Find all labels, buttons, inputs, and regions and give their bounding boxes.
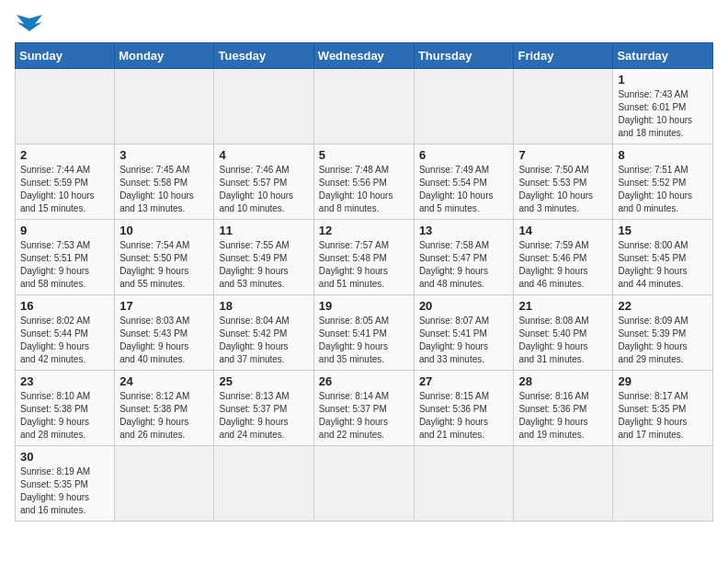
day-number: 4 [219,148,308,162]
calendar-cell: 4Sunrise: 7:46 AM Sunset: 5:57 PM Daylig… [214,144,313,220]
calendar-header: SundayMondayTuesdayWednesdayThursdayFrid… [16,43,713,69]
day-info: Sunrise: 8:13 AM Sunset: 5:37 PM Dayligh… [219,390,308,442]
calendar-cell: 30Sunrise: 8:19 AM Sunset: 5:35 PM Dayli… [16,446,115,522]
day-number: 8 [618,148,708,162]
weekday-header: Thursday [414,43,514,69]
day-number: 23 [20,374,109,388]
logo-bird-icon [17,15,42,35]
calendar-cell: 23Sunrise: 8:10 AM Sunset: 5:38 PM Dayli… [16,371,115,446]
day-info: Sunrise: 8:05 AM Sunset: 5:41 PM Dayligh… [319,315,409,366]
calendar-cell: 7Sunrise: 7:50 AM Sunset: 5:53 PM Daylig… [514,144,613,220]
calendar-cell: 11Sunrise: 7:55 AM Sunset: 5:49 PM Dayli… [214,220,313,295]
weekday-header: Friday [514,43,613,69]
day-number: 3 [119,148,209,162]
calendar-cell: 24Sunrise: 8:12 AM Sunset: 5:38 PM Dayli… [115,371,214,446]
calendar-cell: 21Sunrise: 8:08 AM Sunset: 5:40 PM Dayli… [514,295,613,371]
day-info: Sunrise: 8:16 AM Sunset: 5:36 PM Dayligh… [518,390,608,442]
calendar-week-row: 1Sunrise: 7:43 AM Sunset: 6:01 PM Daylig… [16,69,713,144]
weekday-header: Sunday [16,43,115,69]
calendar-cell [115,69,214,144]
calendar-cell [613,446,713,522]
day-info: Sunrise: 8:17 AM Sunset: 5:35 PM Dayligh… [618,390,708,442]
day-info: Sunrise: 8:12 AM Sunset: 5:38 PM Dayligh… [119,390,209,442]
calendar-week-row: 16Sunrise: 8:02 AM Sunset: 5:44 PM Dayli… [16,295,713,371]
calendar-cell: 18Sunrise: 8:04 AM Sunset: 5:42 PM Dayli… [214,295,313,371]
day-info: Sunrise: 7:51 AM Sunset: 5:52 PM Dayligh… [618,164,708,215]
calendar-cell: 19Sunrise: 8:05 AM Sunset: 5:41 PM Dayli… [313,295,414,371]
calendar-week-row: 23Sunrise: 8:10 AM Sunset: 5:38 PM Dayli… [16,371,713,446]
day-info: Sunrise: 7:58 AM Sunset: 5:47 PM Dayligh… [419,239,509,291]
calendar-cell: 26Sunrise: 8:14 AM Sunset: 5:37 PM Dayli… [313,371,414,446]
day-info: Sunrise: 8:03 AM Sunset: 5:43 PM Dayligh… [119,315,209,366]
day-info: Sunrise: 7:49 AM Sunset: 5:54 PM Dayligh… [419,164,509,215]
day-number: 10 [119,224,209,237]
svg-marker-0 [17,15,42,31]
day-number: 18 [219,299,308,313]
calendar-cell: 2Sunrise: 7:44 AM Sunset: 5:59 PM Daylig… [16,144,115,220]
calendar-cell [414,69,514,144]
calendar-cell [514,446,613,522]
calendar-cell [514,69,613,144]
calendar-cell [313,446,414,522]
day-info: Sunrise: 8:07 AM Sunset: 5:41 PM Dayligh… [419,315,509,366]
calendar-cell: 6Sunrise: 7:49 AM Sunset: 5:54 PM Daylig… [414,144,514,220]
calendar-cell [414,446,514,522]
calendar-cell [313,69,414,144]
day-number: 15 [618,224,708,237]
calendar-cell: 28Sunrise: 8:16 AM Sunset: 5:36 PM Dayli… [514,371,613,446]
calendar-cell: 20Sunrise: 8:07 AM Sunset: 5:41 PM Dayli… [414,295,514,371]
day-info: Sunrise: 7:44 AM Sunset: 5:59 PM Dayligh… [20,164,109,215]
day-info: Sunrise: 8:09 AM Sunset: 5:39 PM Dayligh… [618,315,708,366]
day-info: Sunrise: 7:45 AM Sunset: 5:58 PM Dayligh… [119,164,209,215]
day-number: 13 [419,224,509,237]
calendar-cell [16,69,115,144]
weekday-header: Tuesday [214,43,313,69]
day-info: Sunrise: 7:46 AM Sunset: 5:57 PM Dayligh… [219,164,308,215]
calendar-cell: 25Sunrise: 8:13 AM Sunset: 5:37 PM Dayli… [214,371,313,446]
day-number: 21 [518,299,608,313]
calendar-cell: 27Sunrise: 8:15 AM Sunset: 5:36 PM Dayli… [414,371,514,446]
day-info: Sunrise: 7:59 AM Sunset: 5:46 PM Dayligh… [518,239,608,291]
day-number: 24 [119,374,209,388]
day-number: 16 [20,299,109,313]
calendar-cell: 15Sunrise: 8:00 AM Sunset: 5:45 PM Dayli… [613,220,713,295]
calendar-cell: 9Sunrise: 7:53 AM Sunset: 5:51 PM Daylig… [16,220,115,295]
day-number: 29 [618,374,708,388]
day-number: 5 [319,148,409,162]
calendar-cell: 12Sunrise: 7:57 AM Sunset: 5:48 PM Dayli… [313,220,414,295]
calendar-cell: 29Sunrise: 8:17 AM Sunset: 5:35 PM Dayli… [613,371,713,446]
logo [15,15,42,35]
page-header [15,15,713,35]
calendar-cell: 13Sunrise: 7:58 AM Sunset: 5:47 PM Dayli… [414,220,514,295]
calendar-cell: 22Sunrise: 8:09 AM Sunset: 5:39 PM Dayli… [613,295,713,371]
day-info: Sunrise: 7:55 AM Sunset: 5:49 PM Dayligh… [219,239,308,291]
calendar-cell: 14Sunrise: 7:59 AM Sunset: 5:46 PM Dayli… [514,220,613,295]
day-number: 2 [20,148,109,162]
calendar-cell [115,446,214,522]
day-info: Sunrise: 7:53 AM Sunset: 5:51 PM Dayligh… [20,239,109,291]
day-number: 27 [419,374,509,388]
day-number: 9 [20,224,109,237]
calendar-cell [214,446,313,522]
weekday-header: Monday [115,43,214,69]
day-info: Sunrise: 7:48 AM Sunset: 5:56 PM Dayligh… [319,164,409,215]
calendar-cell: 17Sunrise: 8:03 AM Sunset: 5:43 PM Dayli… [115,295,214,371]
day-number: 6 [419,148,509,162]
day-number: 7 [518,148,608,162]
calendar-cell: 10Sunrise: 7:54 AM Sunset: 5:50 PM Dayli… [115,220,214,295]
calendar-cell: 16Sunrise: 8:02 AM Sunset: 5:44 PM Dayli… [16,295,115,371]
day-info: Sunrise: 8:02 AM Sunset: 5:44 PM Dayligh… [20,315,109,366]
day-number: 17 [119,299,209,313]
day-number: 25 [219,374,308,388]
calendar-cell: 8Sunrise: 7:51 AM Sunset: 5:52 PM Daylig… [613,144,713,220]
calendar-cell: 1Sunrise: 7:43 AM Sunset: 6:01 PM Daylig… [613,69,713,144]
calendar-cell: 5Sunrise: 7:48 AM Sunset: 5:56 PM Daylig… [313,144,414,220]
day-number: 22 [618,299,708,313]
day-info: Sunrise: 8:15 AM Sunset: 5:36 PM Dayligh… [419,390,509,442]
day-number: 11 [219,224,308,237]
day-info: Sunrise: 8:08 AM Sunset: 5:40 PM Dayligh… [518,315,608,366]
calendar-week-row: 2Sunrise: 7:44 AM Sunset: 5:59 PM Daylig… [16,144,713,220]
day-number: 12 [319,224,409,237]
calendar-week-row: 9Sunrise: 7:53 AM Sunset: 5:51 PM Daylig… [16,220,713,295]
day-number: 26 [319,374,409,388]
